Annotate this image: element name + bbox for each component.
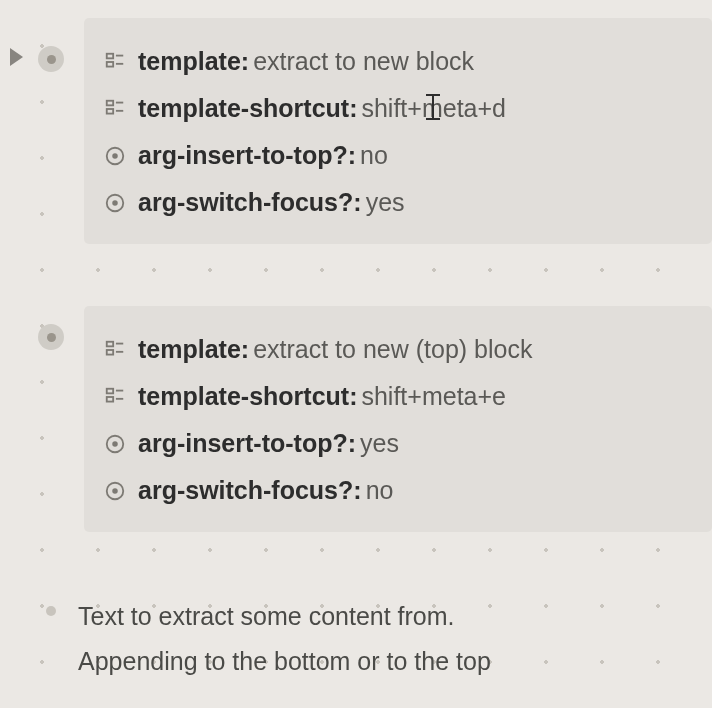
svg-rect-12: [107, 341, 113, 346]
svg-point-21: [113, 442, 117, 446]
property-value[interactable]: no: [366, 476, 394, 504]
property-key: template-shortcut: [138, 94, 349, 122]
property-row[interactable]: arg-insert-to-top?:no: [102, 132, 694, 179]
block-bullet-small[interactable]: [46, 606, 56, 616]
block-bullet[interactable]: [38, 46, 64, 72]
property-key: arg-switch-focus?: [138, 188, 353, 216]
property-block[interactable]: template:extract to new block template-s…: [84, 18, 712, 244]
svg-rect-1: [107, 62, 113, 67]
svg-rect-16: [107, 388, 113, 393]
block-bullet[interactable]: [38, 324, 64, 350]
property-key: arg-insert-to-top?: [138, 141, 348, 169]
svg-rect-4: [107, 100, 113, 105]
property-row[interactable]: template:extract to new (top) block: [102, 326, 694, 373]
property-block[interactable]: template:extract to new (top) block temp…: [84, 306, 712, 532]
text-cursor-icon: [426, 94, 440, 120]
template-icon: [102, 96, 128, 122]
collapse-caret-icon[interactable]: [10, 48, 23, 66]
svg-rect-17: [107, 397, 113, 402]
property-value[interactable]: shift+meta+e: [361, 382, 506, 410]
property-row[interactable]: arg-switch-focus?:no: [102, 467, 694, 514]
property-value[interactable]: yes: [360, 429, 399, 457]
template-icon: [102, 337, 128, 363]
radio-icon: [102, 478, 128, 504]
svg-point-9: [113, 154, 117, 158]
radio-icon: [102, 190, 128, 216]
property-key: template: [138, 47, 241, 75]
property-row[interactable]: template-shortcut:shift+meta+e: [102, 373, 694, 420]
text-line[interactable]: Text to extract some content from.: [78, 594, 712, 639]
property-key: arg-switch-focus?: [138, 476, 353, 504]
radio-icon: [102, 431, 128, 457]
property-row[interactable]: template-shortcut:shift+meta+d: [102, 85, 694, 132]
template-icon: [102, 49, 128, 75]
property-row[interactable]: arg-switch-focus?:yes: [102, 179, 694, 226]
svg-rect-5: [107, 109, 113, 114]
template-icon: [102, 384, 128, 410]
property-key: arg-insert-to-top?: [138, 429, 348, 457]
svg-point-23: [113, 489, 117, 493]
svg-rect-13: [107, 350, 113, 355]
svg-point-11: [113, 201, 117, 205]
svg-rect-0: [107, 53, 113, 58]
text-line[interactable]: Appending to the bottom or to the top: [78, 639, 712, 684]
property-value[interactable]: extract to new block: [253, 47, 474, 75]
radio-icon: [102, 143, 128, 169]
property-value[interactable]: yes: [366, 188, 405, 216]
property-key: template: [138, 335, 241, 363]
text-block[interactable]: Text to extract some content from. Appen…: [78, 594, 712, 684]
property-value[interactable]: no: [360, 141, 388, 169]
property-key: template-shortcut: [138, 382, 349, 410]
property-value[interactable]: extract to new (top) block: [253, 335, 532, 363]
property-row[interactable]: arg-insert-to-top?:yes: [102, 420, 694, 467]
property-row[interactable]: template:extract to new block: [102, 38, 694, 85]
